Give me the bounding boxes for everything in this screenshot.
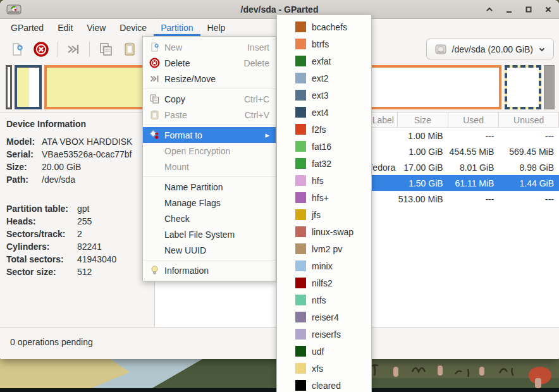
cell-size: 1.50 GiB — [398, 178, 448, 188]
close-button[interactable] — [544, 5, 553, 14]
copy-button[interactable] — [94, 39, 118, 60]
menu-item-label: Manage Flags — [164, 198, 269, 208]
minimize-button[interactable] — [505, 5, 513, 14]
filesystem-color-swatch — [295, 260, 306, 271]
filesystem-color-swatch — [295, 175, 306, 186]
submenu-item-nilfs2[interactable]: nilfs2 — [277, 274, 371, 291]
submenu-item-hfs[interactable]: hfs — [277, 172, 371, 189]
menu-item-information[interactable]: Information — [143, 262, 276, 278]
column-header-unused[interactable]: Unused — [499, 113, 559, 127]
column-header-label[interactable]: Label — [369, 113, 398, 127]
menu-item-manage-flags[interactable]: Manage Flags — [143, 195, 276, 211]
shade-button[interactable] — [485, 5, 494, 14]
device-info-row: Partition table:gpt — [6, 202, 148, 215]
menu-item-new[interactable]: NewInsert — [143, 39, 276, 55]
column-header-size[interactable]: Size — [398, 113, 448, 127]
cell-used: 61.11 MiB — [448, 178, 500, 188]
filesystem-color-swatch — [295, 21, 306, 32]
menu-item-new-uuid[interactable]: New UUID — [143, 242, 276, 258]
device-information-title: Device Information — [6, 119, 148, 129]
filesystem-label: reiserfs — [312, 329, 341, 340]
menu-item-label: Name Partition — [164, 182, 269, 192]
menubar-item-partition[interactable]: Partition — [154, 19, 200, 36]
cell-label: fedora — [369, 162, 397, 173]
window-title: /dev/sda - GParted — [0, 4, 559, 15]
delete-partition-button[interactable] — [29, 39, 53, 60]
information-icon — [148, 265, 161, 276]
menubar-item-view[interactable]: View — [80, 19, 113, 36]
submenu-item-reiserfs[interactable]: reiserfs — [277, 326, 371, 343]
submenu-item-ntfs[interactable]: ntfs — [277, 291, 371, 309]
menu-item-format-to[interactable]: Format to▸ — [143, 127, 276, 143]
menu-item-label: Information — [164, 266, 269, 276]
harddisk-icon — [434, 43, 447, 56]
filesystem-label: hfs+ — [312, 193, 329, 203]
submenu-item-bcachefs[interactable]: bcachefs — [277, 18, 371, 35]
submenu-item-hfs-[interactable]: hfs+ — [277, 189, 371, 206]
filesystem-color-swatch — [295, 380, 306, 391]
menu-item-name-partition[interactable]: Name Partition — [143, 179, 276, 195]
submenu-item-ext3[interactable]: ext3 — [277, 87, 371, 104]
format-to-submenu: bcachefsbtrfsexfatext2ext3ext4f2fsfat16f… — [276, 15, 372, 392]
partition-segment-bios-boot[interactable] — [6, 65, 12, 109]
device-info-row: Heads:255 — [6, 215, 148, 228]
menu-item-paste[interactable]: PasteCtrl+V — [143, 107, 276, 123]
menubar-item-help[interactable]: Help — [200, 19, 233, 36]
menu-item-shortcut: Insert — [247, 42, 269, 52]
partition-segment-swap-selected[interactable] — [505, 65, 541, 109]
submenu-item-jfs[interactable]: jfs — [277, 206, 371, 223]
menu-item-label-file-system[interactable]: Label File System — [143, 226, 276, 242]
device-info-label: Size: — [6, 161, 42, 173]
menu-item-copy[interactable]: CopyCtrl+C — [143, 91, 276, 107]
column-header-used[interactable]: Used — [448, 113, 500, 127]
maximize-button[interactable] — [524, 5, 533, 14]
cell-size: 1.00 GiB — [398, 147, 448, 157]
partition-segment-unknown[interactable] — [544, 65, 555, 109]
submenu-item-reiser4[interactable]: reiser4 — [277, 309, 371, 326]
menu-item-open-encryption[interactable]: Open Encryption — [143, 143, 276, 159]
partition-segment-ext4-boot[interactable] — [15, 65, 42, 109]
device-info-value: ATA VBOX HARDDISK — [42, 135, 132, 148]
new-partition-button[interactable] — [5, 39, 29, 60]
device-info-label: Model: — [6, 135, 42, 148]
submenu-item-linux-swap[interactable]: linux-swap — [277, 223, 371, 240]
device-selector[interactable]: /dev/sda (20.00 GiB) — [426, 39, 554, 59]
menu-item-label: Mount — [164, 162, 269, 172]
submenu-item-lvm2-pv[interactable]: lvm2 pv — [277, 240, 371, 257]
device-info-row: Total sectors:41943040 — [6, 253, 148, 266]
menu-item-check[interactable]: Check — [143, 211, 276, 226]
submenu-item-fat32[interactable]: fat32 — [277, 155, 371, 172]
device-info-row: Cylinders:82241 — [6, 240, 148, 253]
menu-item-delete[interactable]: DeleteDelete — [143, 55, 276, 71]
filesystem-label: reiser4 — [312, 312, 339, 322]
submenu-item-xfs[interactable]: xfs — [277, 360, 371, 377]
device-info-label: Sectors/track: — [6, 228, 77, 240]
menubar-item-edit[interactable]: Edit — [51, 19, 80, 36]
submenu-item-exfat[interactable]: exfat — [277, 52, 371, 70]
device-info-value: 2 — [77, 228, 82, 240]
device-info-row: Size:20.00 GiB — [6, 161, 148, 173]
menu-item-shortcut: Ctrl+V — [245, 110, 269, 120]
filesystem-label: btrfs — [312, 39, 329, 49]
menu-item-mount[interactable]: Mount — [143, 159, 276, 175]
menu-separator — [143, 89, 276, 89]
submenu-item-f2fs[interactable]: f2fs — [277, 121, 371, 138]
menu-item-resize-move[interactable]: Resize/Move — [143, 71, 276, 87]
resize-move-icon — [148, 73, 161, 84]
submenu-item-cleared[interactable]: cleared — [277, 377, 371, 392]
filesystem-label: linux-swap — [312, 227, 353, 237]
submenu-item-udf[interactable]: udf — [277, 343, 371, 360]
submenu-item-btrfs[interactable]: btrfs — [277, 35, 371, 52]
menu-separator — [143, 125, 276, 125]
resize-move-button[interactable] — [61, 39, 85, 60]
submenu-item-ext4[interactable]: ext4 — [277, 104, 371, 121]
menubar-item-device[interactable]: Device — [113, 19, 154, 36]
submenu-item-minix[interactable]: minix — [277, 257, 371, 274]
filesystem-color-swatch — [295, 329, 306, 340]
submenu-item-fat16[interactable]: fat16 — [277, 138, 371, 155]
cell-unused: --- — [499, 131, 559, 141]
paste-button[interactable] — [118, 39, 142, 60]
submenu-item-ext2[interactable]: ext2 — [277, 70, 371, 87]
device-info-row: Serial:VBae53526a-0cac77bf — [6, 148, 148, 161]
menubar-item-gparted[interactable]: GParted — [4, 19, 51, 36]
